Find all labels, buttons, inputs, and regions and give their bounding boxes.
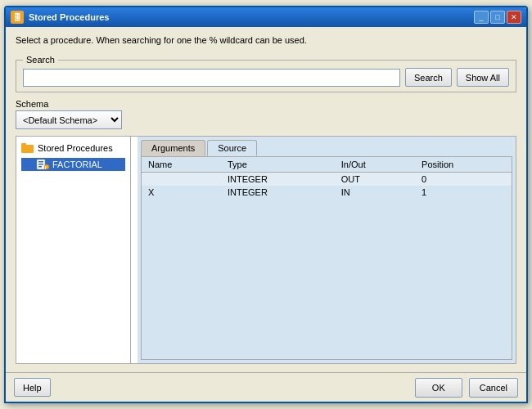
search-section: Search Search Show All bbox=[16, 55, 516, 92]
minimize-button[interactable]: _ bbox=[474, 11, 489, 24]
tree-root-label: Stored Procedures bbox=[38, 143, 113, 153]
svg-rect-5 bbox=[38, 166, 42, 168]
window-title: Stored Procedures bbox=[29, 12, 109, 22]
row1-type: INTEGER bbox=[221, 186, 335, 199]
schema-section: Schema <Default Schema> bbox=[16, 99, 516, 129]
schema-label: Schema bbox=[16, 99, 516, 109]
row0-position: 0 bbox=[415, 173, 512, 187]
svg-rect-1 bbox=[21, 143, 26, 146]
help-button[interactable]: Help bbox=[14, 378, 51, 397]
row0-type: INTEGER bbox=[221, 173, 335, 187]
search-button[interactable]: Search bbox=[405, 68, 452, 87]
row1-position: 1 bbox=[415, 186, 512, 199]
table-row: INTEGER OUT 0 bbox=[142, 173, 512, 187]
svg-rect-4 bbox=[38, 164, 43, 165]
tree-root: Stored Procedures bbox=[21, 142, 125, 155]
col-inout: In/Out bbox=[335, 157, 415, 173]
search-row: Search Show All bbox=[23, 68, 509, 87]
row1-inout: IN bbox=[335, 186, 415, 199]
show-all-button[interactable]: Show All bbox=[457, 68, 509, 87]
description-text: Select a procedure. When searching for o… bbox=[16, 35, 516, 45]
tabs: Arguments Source bbox=[141, 140, 512, 156]
procedure-icon: f bbox=[36, 159, 49, 170]
schema-dropdown[interactable]: <Default Schema> bbox=[16, 110, 122, 129]
tab-arguments[interactable]: Arguments bbox=[141, 140, 205, 156]
main-content: Stored Procedures f FACTORIAL bbox=[16, 136, 516, 364]
col-name: Name bbox=[142, 157, 221, 173]
title-bar: 🗄 Stored Procedures _ □ ✕ bbox=[6, 7, 526, 27]
footer-right: OK Cancel bbox=[415, 378, 518, 398]
svg-rect-3 bbox=[38, 161, 43, 163]
tree-panel: Stored Procedures f FACTORIAL bbox=[16, 137, 131, 363]
stored-procedures-dialog: 🗄 Stored Procedures _ □ ✕ Select a proce… bbox=[4, 6, 528, 403]
tree-item-label: FACTORIAL bbox=[52, 160, 102, 169]
footer: Help OK Cancel bbox=[6, 372, 526, 402]
tree-item-factorial[interactable]: f FACTORIAL bbox=[21, 158, 125, 171]
close-button[interactable]: ✕ bbox=[507, 11, 521, 24]
col-type: Type bbox=[221, 157, 335, 173]
maximize-button[interactable]: □ bbox=[490, 11, 505, 24]
ok-button[interactable]: OK bbox=[415, 378, 462, 398]
arguments-table: Name Type In/Out Position INTEGER OUT bbox=[142, 157, 512, 199]
title-bar-left: 🗄 Stored Procedures bbox=[11, 11, 109, 24]
title-bar-buttons: _ □ ✕ bbox=[474, 11, 521, 24]
row0-inout: OUT bbox=[335, 173, 415, 187]
col-position: Position bbox=[415, 157, 512, 173]
search-input[interactable] bbox=[23, 69, 400, 87]
window-body: Select a procedure. When searching for o… bbox=[6, 27, 526, 372]
row0-name bbox=[142, 173, 221, 187]
folder-icon bbox=[21, 142, 34, 155]
window-icon: 🗄 bbox=[11, 11, 24, 24]
search-legend: Search bbox=[23, 55, 58, 65]
tab-source[interactable]: Source bbox=[207, 140, 257, 156]
row1-name: X bbox=[142, 186, 221, 199]
right-panel: Arguments Source Name Type In/Out bbox=[138, 137, 516, 363]
tab-content: Name Type In/Out Position INTEGER OUT bbox=[141, 156, 512, 360]
cancel-button[interactable]: Cancel bbox=[469, 378, 518, 398]
table-row: X INTEGER IN 1 bbox=[142, 186, 512, 199]
